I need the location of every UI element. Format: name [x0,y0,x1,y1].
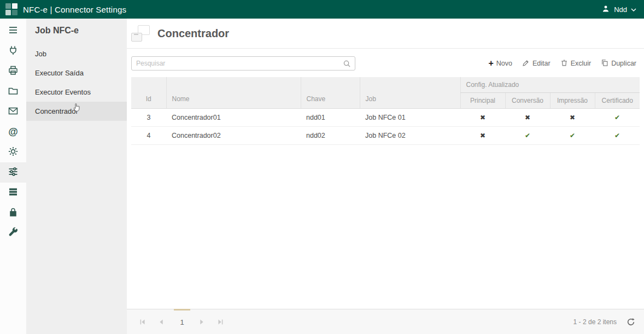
pager-info: 1 - 2 de 2 itens [573,318,617,326]
table-header: Id Nome Chave Job Config. Atualizado Pri… [131,77,640,109]
cell-id: 3 [131,109,166,127]
user-menu[interactable]: Ndd [601,4,636,15]
table-row[interactable]: 4 Concentrador02 ndd02 Job NFCe 02 ✖ ✔ ✔… [131,127,640,145]
cell-job: Job NFCe 02 [360,127,460,145]
cell-principal-status: ✖ [460,127,505,145]
previous-page-button[interactable] [154,315,168,329]
wrench-icon [8,227,19,240]
cell-impressao-status: ✖ [550,109,595,127]
novo-button[interactable]: + Novo [488,59,512,68]
app-title: NFC-e | Connector Settings [23,5,126,14]
cell-conversao-status: ✖ [505,109,550,127]
cell-id: 4 [131,127,166,145]
cell-chave: ndd02 [301,127,360,145]
chevron-down-icon [631,5,636,14]
user-name: Ndd [614,5,627,14]
rail-item-connector-settings[interactable] [0,162,26,183]
content-spacer [127,145,644,309]
search-box [131,56,355,71]
col-header-conversao[interactable]: Conversão [505,93,550,109]
hamburger-icon [8,25,19,38]
topbar: NFC-e | Connector Settings Ndd [0,0,644,19]
icon-rail: @ [0,19,26,334]
sidebar-item-executor-saida[interactable]: Executor Saída [26,63,127,83]
page-title: Concentrador [157,27,229,40]
pager-right: 1 - 2 de 2 itens [573,318,635,326]
rail-item-folder[interactable] [0,81,26,102]
cell-principal-status: ✖ [460,109,505,127]
pagination-bar: 1 1 - 2 de 2 itens [127,309,644,334]
col-header-certificado[interactable]: Certificado [595,93,640,109]
col-header-chave[interactable]: Chave [301,77,360,109]
col-header-principal[interactable]: Principal [460,93,505,109]
main-content: Concentrador + Novo Editar [127,19,644,334]
next-page-button[interactable] [195,315,209,329]
cell-nome: Concentrador01 [166,109,301,127]
col-header-impressao[interactable]: Impressão [550,93,595,109]
editar-label: Editar [532,60,551,67]
user-icon [601,4,610,15]
sidebar-title: Job NFC-e [26,19,127,44]
cell-chave: ndd01 [301,109,360,127]
plug-icon [8,45,19,58]
last-page-button[interactable] [213,315,227,329]
search-icon[interactable] [343,60,351,68]
sidebar-item-job[interactable]: Job [26,44,127,63]
rail-item-tools[interactable] [0,223,26,243]
rail-item-settings[interactable] [0,142,26,162]
search-input[interactable] [132,60,343,67]
rail-item-mail[interactable] [0,102,26,122]
printer-icon [8,65,19,78]
sliders-icon [8,166,19,179]
trash-icon [560,59,568,68]
excluir-button[interactable]: Excluir [560,59,592,68]
rail-item-connector[interactable] [0,41,26,61]
gear-icon [8,146,19,159]
stacked-rows-icon [8,186,19,200]
edit-icon [522,59,530,68]
cell-certificado-status: ✔ [595,109,640,127]
sidebar-item-executor-eventos[interactable]: Executor Eventos [26,83,127,102]
rail-item-queue[interactable] [0,183,26,203]
envelope-icon [8,106,19,119]
app-logo-icon [5,3,17,15]
at-icon: @ [8,126,18,138]
cell-conversao-status: ✔ [505,127,550,145]
col-header-job[interactable]: Job [360,77,460,109]
cell-impressao-status: ✔ [550,127,595,145]
col-header-id[interactable]: Id [131,77,166,109]
refresh-icon[interactable] [627,318,635,326]
concentrador-page-icon [131,25,150,42]
cell-job: Job NFCe 01 [360,109,460,127]
col-header-nome[interactable]: Nome [166,77,301,109]
copy-icon [601,59,608,68]
grid-toolbar: + Novo Editar Excluir Duplicar [488,59,636,68]
novo-label: Novo [496,60,512,67]
editar-button[interactable]: Editar [522,59,551,68]
concentrador-table: Id Nome Chave Job Config. Atualizado Pri… [131,77,640,145]
col-group-config-atualizado: Config. Atualizado [460,77,640,93]
first-page-button[interactable] [136,315,150,329]
excluir-label: Excluir [571,60,592,67]
rail-item-at[interactable]: @ [0,122,26,142]
rail-item-security[interactable] [0,203,26,223]
app-window: NFC-e | Connector Settings Ndd [0,0,644,334]
folder-icon [8,85,19,98]
cell-certificado-status: ✔ [595,127,640,145]
lock-icon [8,207,19,220]
grid-toolbar-row: + Novo Editar Excluir Duplicar [131,56,636,71]
current-page-button[interactable]: 1 [174,309,190,334]
sidebar-item-concentrador[interactable]: Concentrador [26,102,127,121]
rail-item-printer[interactable] [0,61,26,81]
page-header: Concentrador [127,19,644,49]
sidebar: Job NFC-e Job Executor Saída Executor Ev… [26,19,127,334]
table-body: 3 Concentrador01 ndd01 Job NFCe 01 ✖ ✖ ✖… [131,109,640,145]
plus-icon: + [488,59,493,68]
duplicar-label: Duplicar [611,60,636,67]
cell-nome: Concentrador02 [166,127,301,145]
table-row[interactable]: 3 Concentrador01 ndd01 Job NFCe 01 ✖ ✖ ✖… [131,109,640,127]
menu-toggle-button[interactable] [0,21,26,41]
duplicar-button[interactable]: Duplicar [601,59,636,68]
